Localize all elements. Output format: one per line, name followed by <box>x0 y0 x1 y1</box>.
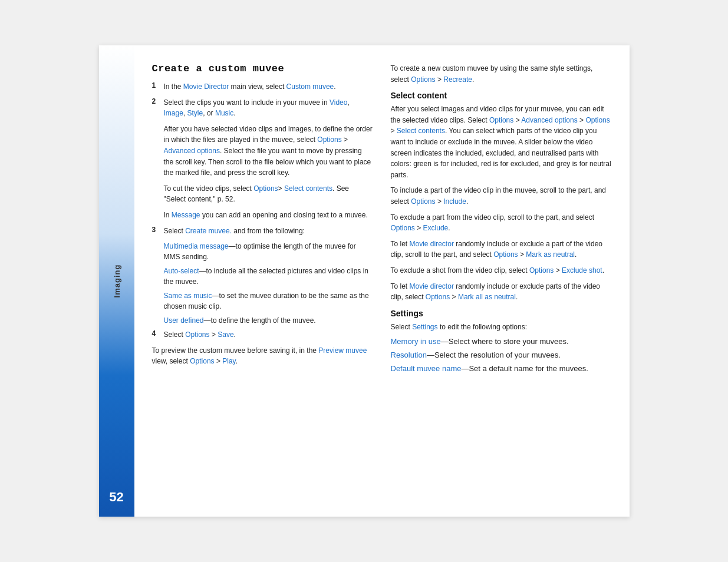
step-3-content: Select Create muvee. and from the follow… <box>164 226 373 237</box>
step-2-body-text: After you have selected video clips and … <box>164 124 373 178</box>
settings-option-memory: Memory in use—Select where to store your… <box>391 337 612 346</box>
recreate-intro: To create a new custom muvee by using th… <box>391 63 612 85</box>
options-link-3[interactable]: Options <box>185 330 209 339</box>
select-contents-link[interactable]: Select contents <box>284 184 332 193</box>
options-link-2[interactable]: Options <box>253 184 278 193</box>
settings-title: Settings <box>391 309 612 318</box>
settings-option-default-name: Default muvee name—Set a default name fo… <box>391 364 612 373</box>
settings-intro: Select Settings to edit the following op… <box>391 322 612 333</box>
step-2: 2 Select the clips you want to include i… <box>152 97 373 119</box>
step-2-content: Select the clips you want to include in … <box>164 97 373 119</box>
step-4-content: Select Options > Save. <box>164 329 373 340</box>
image-link[interactable]: Image <box>164 109 183 117</box>
step-4-num: 4 <box>152 329 160 340</box>
video-link[interactable]: Video <box>330 98 347 107</box>
user-defined-link[interactable]: User defined <box>164 316 204 325</box>
exclude-shot-link[interactable]: Exclude shot <box>562 266 602 275</box>
custom-muvee-link[interactable]: Custom muvee <box>286 82 334 91</box>
options-es-link[interactable]: Options <box>529 266 554 275</box>
exclude-text: To exclude a part from the video clip, s… <box>391 212 612 234</box>
resolution-link[interactable]: Resolution <box>391 351 427 359</box>
step-4: 4 Select Options > Save. <box>152 329 373 340</box>
recreate-link[interactable]: Recreate <box>443 75 472 84</box>
step-2-num: 2 <box>152 97 160 119</box>
movie-director-ma-link[interactable]: Movie director <box>410 282 454 290</box>
sub-option-user-defined: User defined—to define the length of the… <box>164 315 373 326</box>
preview-muvee-link[interactable]: Preview muvee <box>318 346 367 355</box>
create-muvee-link[interactable]: Create muvee. <box>185 227 232 235</box>
movie-director-neu-link[interactable]: Movie director <box>410 240 454 248</box>
step-3-num: 3 <box>152 226 160 237</box>
default-muvee-name-link[interactable]: Default muvee name <box>391 364 462 373</box>
settings-options: Memory in use—Select where to store your… <box>391 337 612 373</box>
advanced-options-link[interactable]: Advanced options <box>164 147 220 155</box>
cut-text: To cut the video clips, select Options> … <box>164 183 373 205</box>
options-link-1[interactable]: Options <box>317 135 341 144</box>
page-container: Imaging 52 Create a custom muvee 1 In th… <box>99 45 630 517</box>
preview-text: To preview the custom muvee before savin… <box>152 345 373 367</box>
memory-in-use-link[interactable]: Memory in use <box>391 337 441 346</box>
sub-options: Multimedia message—to optimise the lengt… <box>164 241 373 326</box>
step-3: 3 Select Create muvee. and from the foll… <box>152 226 373 237</box>
message-link[interactable]: Message <box>172 211 200 219</box>
mark-as-neutral-link[interactable]: Mark as neutral <box>526 250 575 259</box>
mark-all-neutral-link[interactable]: Mark all as neutral <box>458 293 516 301</box>
options-ma-link[interactable]: Options <box>426 293 450 301</box>
left-column: Create a custom muvee 1 In the Movie Dir… <box>152 63 373 505</box>
style-link[interactable]: Style <box>187 109 203 117</box>
same-as-music-link[interactable]: Same as music <box>164 292 212 300</box>
sub-option-autoselect: Auto-select—to include all the selected … <box>164 266 373 287</box>
options-neu-link[interactable]: Options <box>493 250 518 259</box>
options-inc-link[interactable]: Options <box>411 197 435 206</box>
main-title: Create a custom muvee <box>152 63 373 74</box>
sub-option-multimedia: Multimedia message—to optimise the lengt… <box>164 241 373 262</box>
settings-option-resolution: Resolution—Select the resolution of your… <box>391 351 612 359</box>
step-1-num: 1 <box>152 81 160 92</box>
multimedia-message-link[interactable]: Multimedia message <box>164 242 229 250</box>
music-link[interactable]: Music <box>215 109 233 117</box>
options-recreate-link[interactable]: Options <box>411 75 435 84</box>
neutral-text: To let Movie director randomly include o… <box>391 239 612 260</box>
right-column: To create a new custom muvee by using th… <box>391 63 612 505</box>
step-1: 1 In the Movie Director main view, selec… <box>152 81 373 92</box>
movie-director-link[interactable]: Movie Director <box>183 82 229 91</box>
sidebar: Imaging 52 <box>99 45 134 517</box>
options-link-4[interactable]: Options <box>190 357 214 365</box>
play-link[interactable]: Play <box>222 357 235 365</box>
page-number: 52 <box>109 490 123 505</box>
options-sc-link[interactable]: Options <box>489 116 513 124</box>
settings-link[interactable]: Settings <box>412 323 437 331</box>
include-link[interactable]: Include <box>443 197 466 206</box>
exclude-link[interactable]: Exclude <box>423 224 449 232</box>
mark-all-text: To let Movie director randomly include o… <box>391 281 612 303</box>
options-exc-link[interactable]: Options <box>391 224 415 232</box>
select-contents-sc-link[interactable]: Select contents <box>397 127 445 135</box>
select-content-title: Select content <box>391 91 612 100</box>
message-text: In Message you can add an opening and cl… <box>164 210 373 221</box>
main-content: Create a custom muvee 1 In the Movie Dir… <box>134 45 630 517</box>
exclude-shot-text: To exclude a shot from the video clip, s… <box>391 265 612 276</box>
auto-select-link[interactable]: Auto-select <box>164 267 199 275</box>
step-1-content: In the Movie Director main view, select … <box>164 81 373 92</box>
save-link[interactable]: Save <box>218 330 233 339</box>
options-sc2-link[interactable]: Options <box>585 116 610 124</box>
step-2-body: After you have selected video clips and … <box>164 124 373 221</box>
advanced-options-sc-link[interactable]: Advanced options <box>521 116 577 124</box>
select-content-body: After you select images and video clips … <box>391 104 612 180</box>
sidebar-label: Imaging <box>112 265 121 298</box>
sub-option-same-as-music: Same as music—to set the muvee duration … <box>164 290 373 312</box>
include-text: To include a part of the video clip in t… <box>391 185 612 207</box>
